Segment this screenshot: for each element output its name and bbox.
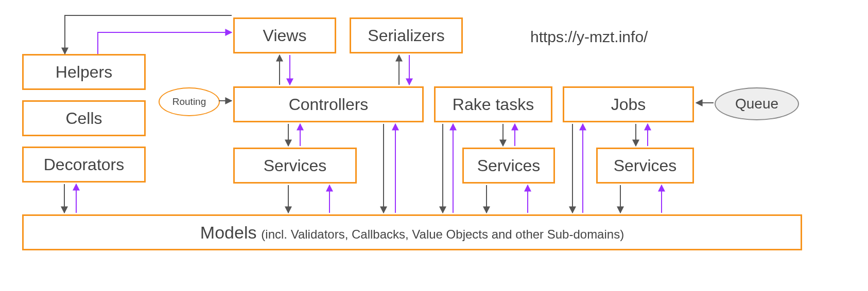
box-raketasks: Rake tasks: [434, 86, 552, 122]
box-serializers: Serializers: [350, 17, 463, 53]
box-views: Views: [233, 17, 336, 53]
source-url: https://y-mzt.info/: [530, 28, 648, 46]
box-models: Models (incl. Validators, Callbacks, Val…: [22, 214, 802, 250]
box-cells: Cells: [22, 100, 146, 136]
box-services-2: Services: [462, 148, 555, 184]
box-jobs: Jobs: [563, 86, 694, 122]
box-services-1: Services: [233, 148, 357, 184]
ellipse-routing: Routing: [159, 87, 220, 116]
box-helpers: Helpers: [22, 54, 146, 90]
diagram-canvas: https://y-mzt.info/ Helpers Cells Decora…: [0, 0, 868, 291]
box-decorators: Decorators: [22, 147, 146, 183]
models-main-label: Models: [200, 223, 257, 242]
ellipse-queue: Queue: [715, 87, 799, 120]
models-sub-label: (incl. Validators, Callbacks, Value Obje…: [261, 227, 624, 241]
box-controllers: Controllers: [233, 86, 424, 122]
box-services-3: Services: [596, 148, 694, 184]
